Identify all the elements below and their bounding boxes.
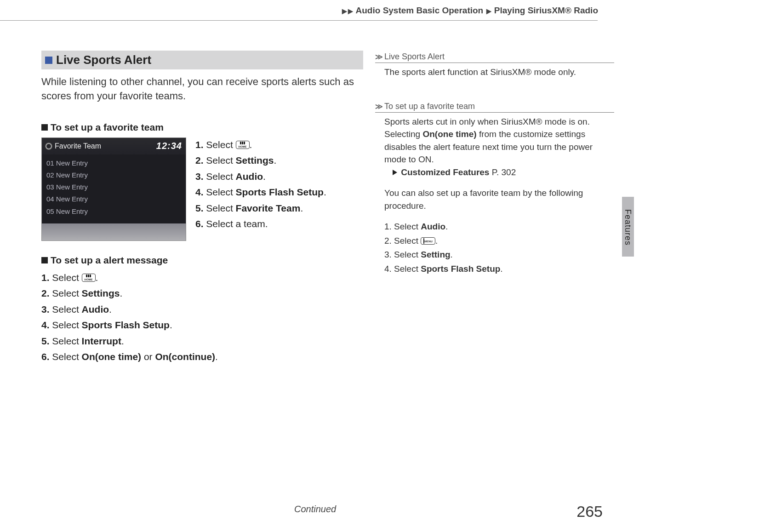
steps-alert: 1. Select HOME. 2. Select Settings. 3. S… bbox=[41, 270, 363, 365]
continued-label: Continued bbox=[294, 504, 336, 515]
screenshot-header: Favorite Team 12:34 bbox=[42, 138, 186, 154]
clock-readout: 12:34 bbox=[156, 141, 182, 151]
triangle-right-icon: ▶ bbox=[342, 7, 347, 15]
screenshot-title: Favorite Team bbox=[55, 142, 101, 150]
list-item: 01 New Entry bbox=[46, 157, 181, 169]
list-item: 02 New Entry bbox=[46, 169, 181, 181]
square-bullet-icon bbox=[41, 257, 48, 263]
main-column: Live Sports Alert While listening to oth… bbox=[41, 51, 363, 366]
breadcrumb-part2: Playing SiriusXM® Radio bbox=[494, 6, 598, 15]
gear-icon bbox=[46, 143, 52, 149]
square-bullet-icon bbox=[45, 57, 52, 64]
section-title: Live Sports Alert bbox=[56, 53, 151, 67]
cross-reference-link[interactable]: Customized Features bbox=[401, 167, 489, 177]
menu-button-icon: MENU bbox=[421, 237, 435, 245]
triangle-right-icon: ▶ bbox=[348, 7, 353, 15]
steps-fav-team: 1. Select HOME. 2. Select Settings. 3. S… bbox=[195, 137, 326, 233]
bezel-gloss bbox=[42, 223, 186, 241]
breadcrumb: ▶▶ Audio System Basic Operation ▶ Playin… bbox=[342, 6, 598, 16]
breadcrumb-part1: Audio System Basic Operation bbox=[356, 6, 484, 15]
notes-column: ≫ Live Sports Alert The sports alert fun… bbox=[375, 52, 614, 298]
note-body: Sports alerts cut in only when SiriusXM®… bbox=[375, 115, 614, 276]
home-button-icon: HOME bbox=[82, 274, 96, 282]
list-item: 03 New Entry bbox=[46, 181, 181, 193]
page-number: 265 bbox=[576, 503, 603, 521]
display-screenshot: Favorite Team 12:34 01 New Entry 02 New … bbox=[41, 137, 186, 241]
sub-heading-fav-team: To set up a favorite team bbox=[41, 122, 363, 133]
square-bullet-icon bbox=[41, 124, 48, 131]
note-body: The sports alert function at SiriusXM® m… bbox=[375, 66, 614, 79]
note-heading: ≫ Live Sports Alert bbox=[375, 52, 614, 63]
link-arrow-icon bbox=[393, 170, 397, 175]
intro-text: While listening to other channel, you ca… bbox=[41, 75, 363, 103]
side-tab-label: Features bbox=[623, 209, 633, 246]
note-heading: ≫ To set up a favorite team bbox=[375, 102, 614, 113]
home-button-icon: HOME bbox=[236, 141, 250, 149]
entry-list: 01 New Entry 02 New Entry 03 New Entry 0… bbox=[42, 154, 186, 223]
alt-procedure-steps: 1. Select Audio. 2. Select MENU. 3. Sele… bbox=[384, 220, 614, 275]
double-chevron-icon: ≫ bbox=[375, 102, 381, 111]
list-item: 04 New Entry bbox=[46, 193, 181, 205]
triangle-right-icon: ▶ bbox=[486, 7, 491, 15]
divider bbox=[0, 20, 598, 21]
double-chevron-icon: ≫ bbox=[375, 52, 381, 61]
list-item: 05 New Entry bbox=[46, 206, 181, 217]
sub-heading-alert: To set up a alert message bbox=[41, 255, 363, 266]
section-heading-bar: Live Sports Alert bbox=[41, 51, 363, 69]
